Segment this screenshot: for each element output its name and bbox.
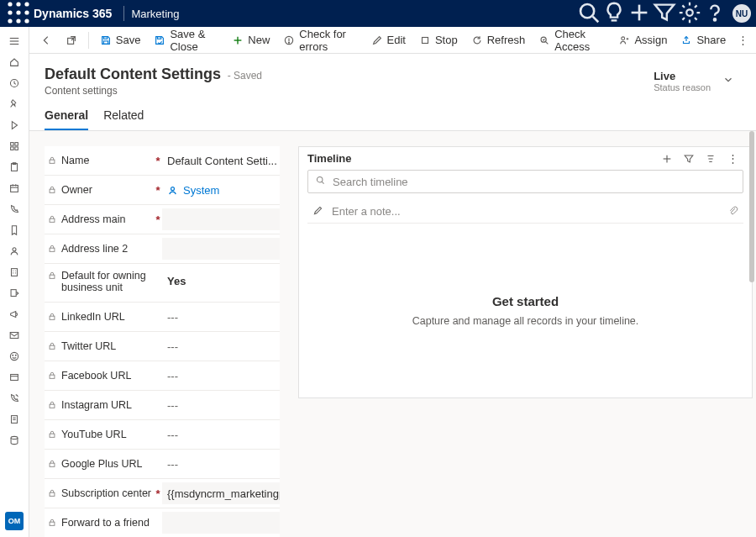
- field-value-address2[interactable]: [162, 238, 280, 260]
- field-label-subscription: Subscription center: [61, 487, 151, 499]
- rail-emoji-icon[interactable]: [0, 345, 29, 366]
- assign-button[interactable]: Assign: [612, 29, 673, 52]
- lock-icon: [48, 215, 56, 224]
- rail-window-icon[interactable]: [0, 366, 29, 387]
- field-value-address-main[interactable]: [162, 208, 280, 230]
- lock-icon: [48, 519, 56, 527]
- timeline-filter-button[interactable]: [678, 153, 700, 165]
- field-label-facebook: Facebook URL: [61, 370, 131, 382]
- stop-button[interactable]: Stop: [413, 29, 464, 52]
- field-value-forward[interactable]: [162, 512, 280, 534]
- lock-icon: [48, 342, 56, 350]
- command-overflow-button[interactable]: ⋮: [735, 34, 751, 46]
- timeline-sort-button[interactable]: [700, 153, 722, 165]
- check-access-button[interactable]: Check Access: [533, 29, 611, 52]
- rail-phone2-icon[interactable]: [0, 387, 29, 408]
- svg-point-0: [8, 2, 12, 6]
- attach-icon[interactable]: [727, 205, 738, 218]
- rail-mail-icon[interactable]: [0, 324, 29, 345]
- svg-point-62: [171, 187, 175, 190]
- brand-title[interactable]: Dynamics 365: [34, 7, 112, 20]
- rail-pin-icon[interactable]: [0, 93, 29, 114]
- svg-point-2: [24, 2, 29, 6]
- field-label-owner: Owner: [61, 184, 92, 196]
- svg-rect-49: [103, 40, 108, 44]
- field-value-owner[interactable]: System: [162, 179, 280, 201]
- rail-recent-icon[interactable]: [0, 72, 29, 93]
- save-button[interactable]: Save: [94, 29, 147, 52]
- timeline-empty-text: Capture and manage all records in your t…: [412, 315, 639, 327]
- field-value-default-bu[interactable]: Yes: [162, 270, 280, 292]
- field-value-name[interactable]: Default Content Setti...: [162, 150, 280, 171]
- field-value-twitter[interactable]: ---: [162, 335, 280, 357]
- timeline-search-input[interactable]: Search timeline: [307, 170, 743, 193]
- field-value-googleplus[interactable]: ---: [162, 453, 280, 475]
- rail-bookmark-icon[interactable]: [0, 219, 29, 240]
- svg-rect-41: [11, 374, 18, 380]
- field-value-facebook[interactable]: ---: [162, 365, 280, 387]
- settings-icon[interactable]: [677, 0, 702, 28]
- open-new-button[interactable]: [60, 29, 83, 52]
- rail-clipboard-icon[interactable]: [0, 156, 29, 177]
- share-button[interactable]: Share: [675, 29, 732, 52]
- svg-point-1: [16, 2, 20, 6]
- status-label: Status reason: [654, 82, 711, 92]
- rail-calendar-icon[interactable]: [0, 177, 29, 198]
- timeline-panel: Timeline ⋮ Search timeline Enter a note.…: [298, 146, 753, 398]
- rail-export-icon[interactable]: [0, 282, 29, 303]
- rail-db-icon[interactable]: [0, 429, 29, 450]
- add-icon[interactable]: [627, 0, 652, 28]
- save-close-button[interactable]: Save & Close: [148, 29, 224, 52]
- field-value-instagram[interactable]: ---: [162, 394, 280, 416]
- svg-point-30: [13, 247, 16, 250]
- tab-general[interactable]: General: [45, 108, 88, 130]
- help-icon[interactable]: [702, 0, 727, 28]
- user-avatar[interactable]: NU: [732, 4, 751, 23]
- timeline-add-button[interactable]: [656, 153, 678, 165]
- field-label-address2: Address line 2: [61, 243, 128, 255]
- field-value-youtube[interactable]: ---: [162, 424, 280, 445]
- rail-task-icon[interactable]: [0, 135, 29, 156]
- svg-rect-61: [50, 189, 55, 192]
- svg-rect-23: [15, 146, 18, 150]
- rail-menu-icon[interactable]: [0, 30, 29, 51]
- search-icon[interactable]: [576, 0, 601, 28]
- refresh-button[interactable]: Refresh: [465, 29, 532, 52]
- svg-point-9: [580, 4, 594, 18]
- rail-note-icon[interactable]: [0, 408, 29, 429]
- filter-icon[interactable]: [652, 0, 677, 28]
- check-errors-button[interactable]: Check for errors: [277, 29, 363, 52]
- svg-point-39: [13, 355, 13, 355]
- status-value: Live: [654, 70, 711, 82]
- timeline-note-input[interactable]: Enter a note...: [307, 200, 743, 224]
- lightbulb-icon[interactable]: [601, 0, 627, 28]
- svg-point-6: [8, 18, 12, 23]
- rail-home-icon[interactable]: [0, 51, 29, 72]
- rail-person-icon[interactable]: [0, 240, 29, 261]
- svg-rect-72: [50, 492, 55, 496]
- svg-line-10: [593, 16, 599, 22]
- header-chevron-icon[interactable]: [722, 74, 734, 88]
- svg-rect-67: [50, 345, 55, 349]
- timeline-title: Timeline: [307, 152, 656, 165]
- back-button[interactable]: [34, 29, 58, 52]
- svg-rect-71: [50, 463, 55, 466]
- rail-bottom-badge[interactable]: OM: [5, 512, 24, 530]
- edit-button[interactable]: Edit: [365, 29, 412, 52]
- rail-play-icon[interactable]: [0, 114, 29, 135]
- svg-rect-36: [11, 289, 16, 296]
- field-value-linkedin[interactable]: ---: [162, 306, 280, 328]
- svg-point-14: [686, 9, 693, 16]
- app-launcher-icon[interactable]: [5, 0, 32, 29]
- rail-building-icon[interactable]: [0, 261, 29, 282]
- svg-rect-70: [50, 434, 55, 437]
- timeline-more-button[interactable]: ⋮: [722, 152, 743, 165]
- left-nav-rail: OM: [0, 27, 29, 537]
- app-name[interactable]: Marketing: [131, 8, 179, 20]
- rail-megaphone-icon[interactable]: [0, 303, 29, 324]
- field-value-subscription[interactable]: {{msdyncrm_marketingp: [162, 482, 280, 504]
- new-button[interactable]: New: [226, 29, 276, 52]
- rail-phone-icon[interactable]: [0, 198, 29, 219]
- form-tabs: General Related: [29, 97, 756, 131]
- tab-related[interactable]: Related: [103, 108, 144, 130]
